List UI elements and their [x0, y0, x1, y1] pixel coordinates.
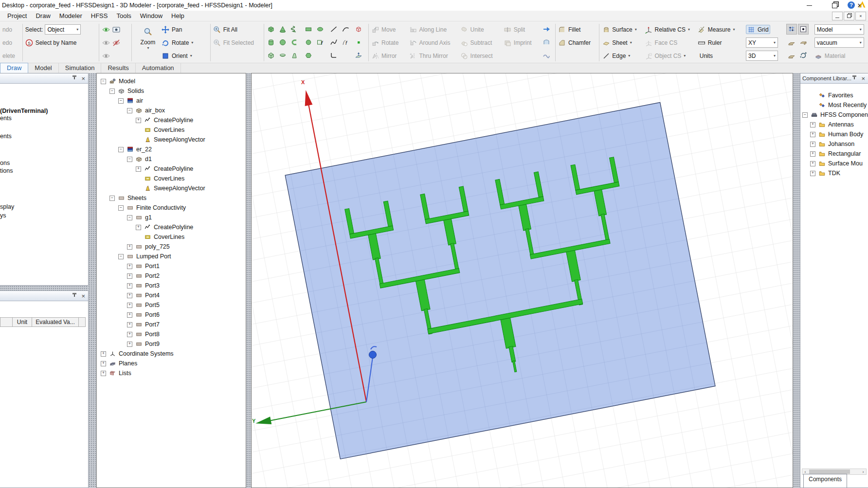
model-tree-item-solids[interactable]: −Solids	[109, 86, 144, 96]
draw-circle-icon[interactable]	[305, 38, 313, 46]
draw-helix-icon[interactable]	[290, 25, 298, 33]
subtract-button[interactable]: Subtract	[470, 39, 492, 46]
minimize-button[interactable]	[804, 1, 814, 10]
model-tree-item-sweepalongvector[interactable]: +SweepAlongVector	[136, 183, 205, 193]
expand-icon[interactable]: +	[810, 142, 815, 147]
model-tree-item-coverlines[interactable]: +CoverLines	[136, 174, 184, 183]
library-item-favorites[interactable]: +Favorites	[810, 90, 853, 100]
model-tree-item-coverlines[interactable]: +CoverLines	[136, 232, 184, 242]
components-bottom-tab[interactable]: Components	[803, 474, 847, 488]
uv-box-icon[interactable]	[355, 25, 363, 33]
model-tree-item-createpolyline[interactable]: +CreatePolyline	[136, 164, 193, 174]
collapse-icon[interactable]: −	[118, 205, 124, 211]
fillet-button[interactable]: Fillet	[568, 26, 580, 33]
fit-selected-button[interactable]: Fit Selected	[223, 39, 254, 46]
snap-vertex-cell[interactable]	[787, 37, 796, 47]
close-panel-icon[interactable]: ×	[80, 75, 86, 82]
split-button[interactable]: Split	[514, 26, 525, 33]
model-tree-item-air-box[interactable]: −air_box	[127, 106, 165, 115]
select-mode-dropdown[interactable]: Object▾	[45, 24, 81, 35]
collapse-icon[interactable]: −	[109, 89, 115, 94]
delete-button[interactable]: elete	[2, 53, 15, 59]
expand-icon[interactable]: +	[127, 264, 132, 269]
expand-icon[interactable]: +	[127, 283, 132, 289]
expand-icon[interactable]: +	[127, 322, 132, 327]
sweep-plane-icon[interactable]	[355, 51, 363, 59]
material-dropdown[interactable]: vacuum▾	[814, 37, 864, 48]
expand-icon[interactable]: +	[810, 132, 815, 137]
draw-regular-polygon-icon[interactable]	[305, 51, 313, 59]
orient-button[interactable]: Orient	[172, 53, 188, 59]
model-tree-item-port1[interactable]: +Port1	[127, 261, 160, 271]
sheet-button[interactable]: Sheet	[612, 39, 627, 46]
imprint-button[interactable]: Imprint	[514, 39, 532, 46]
face-cs-button[interactable]: Face CS	[655, 39, 678, 46]
expand-icon[interactable]: +	[810, 161, 815, 166]
vertical-splitter[interactable]	[793, 73, 800, 488]
model-tree-item-port3[interactable]: +Port3	[127, 281, 160, 290]
model-tree-item-port4[interactable]: +Port4	[127, 290, 160, 300]
expand-icon[interactable]: +	[810, 171, 815, 176]
snap-face-cell[interactable]	[787, 51, 796, 60]
project-tree-item-fragment[interactable]: ys	[0, 212, 6, 219]
draw-point-icon[interactable]	[355, 38, 363, 46]
unite-button[interactable]: Unite	[470, 26, 484, 33]
collapse-icon[interactable]: −	[127, 108, 132, 113]
model-tree-item-planes[interactable]: +Planes	[101, 359, 137, 368]
draw-sphere-icon[interactable]	[278, 38, 287, 46]
snap-grid-cell[interactable]	[786, 24, 797, 35]
model-tree[interactable]: −Model−Solids−air−air_box+CreatePolyline…	[97, 73, 246, 488]
drawing-mode-dropdown[interactable]: 3D▾	[746, 51, 778, 61]
expand-icon[interactable]: +	[136, 225, 141, 230]
model-tree-item-port8[interactable]: +Port8	[127, 329, 160, 339]
expand-icon[interactable]: +	[810, 122, 815, 127]
draw-ellipse-icon[interactable]	[316, 25, 325, 33]
draw-rectangle-icon[interactable]	[305, 25, 313, 33]
menu-hfss[interactable]: HFSS	[87, 11, 112, 20]
mirror-button[interactable]: Mirror	[381, 53, 397, 59]
rotate-view-button[interactable]: Rotate	[172, 39, 189, 46]
collapse-icon[interactable]: −	[118, 147, 124, 152]
draw-equation-surface-icon[interactable]: f	[316, 38, 325, 46]
mdi-restore-button[interactable]	[844, 12, 854, 20]
draw-line-icon[interactable]	[329, 25, 338, 33]
collapse-icon[interactable]: −	[127, 215, 132, 220]
mdi-minimize-button[interactable]	[832, 12, 843, 20]
model-tree-item-port5[interactable]: +Port5	[127, 300, 160, 310]
model-tree-item-sheets[interactable]: −Sheets	[109, 193, 146, 203]
draw-torus-icon[interactable]	[290, 38, 298, 46]
expand-icon[interactable]: +	[136, 166, 141, 172]
expand-icon[interactable]: +	[127, 244, 132, 250]
show-selection-icon[interactable]	[102, 52, 110, 60]
project-tree-item-fragment[interactable]: ons	[0, 160, 10, 166]
draw-equation-curve-icon[interactable]: f	[341, 38, 349, 46]
scroll-right-icon[interactable]: ›	[860, 470, 866, 474]
library-item-rectangular[interactable]: +Rectangular	[810, 149, 861, 159]
pan-button[interactable]: Pan	[172, 26, 182, 33]
object-cs-button[interactable]: Object CS	[655, 53, 682, 59]
material-button[interactable]: Material	[825, 53, 846, 59]
project-tree-item-fragment[interactable]: tions	[0, 167, 13, 174]
units-button[interactable]: Units	[700, 53, 713, 59]
move-button[interactable]: Move	[381, 26, 396, 33]
relative-cs-button[interactable]: Relative CS	[655, 26, 686, 33]
model-tree-item-port9[interactable]: +Port9	[127, 339, 160, 349]
rotate-button[interactable]: Rotate	[381, 39, 398, 46]
next-behavior-icon[interactable]	[542, 25, 551, 33]
expand-icon[interactable]: +	[101, 351, 106, 357]
model-tree-item-sweepalongvector[interactable]: +SweepAlongVector	[136, 135, 205, 145]
model-tree-item-port6[interactable]: +Port6	[127, 310, 160, 320]
around-axis-button[interactable]: Around Axis	[419, 39, 450, 46]
model-tree-item-g1[interactable]: −g1	[127, 213, 152, 222]
unit-column-header[interactable]: Unit	[13, 317, 32, 327]
menu-window[interactable]: Window	[136, 11, 167, 20]
collapse-icon[interactable]: −	[118, 98, 124, 104]
draw-cylinder-icon[interactable]	[267, 38, 275, 46]
expand-icon[interactable]: +	[127, 273, 132, 279]
tab-automation[interactable]: Automation	[136, 63, 181, 73]
draw-ellipsoid-icon[interactable]	[278, 51, 287, 59]
vertical-splitter[interactable]	[89, 73, 96, 488]
model-tree-item-finite-conductivity[interactable]: −Finite Conductivity	[118, 203, 186, 213]
collapse-icon[interactable]: −	[127, 157, 132, 162]
expand-icon[interactable]: +	[136, 118, 141, 123]
